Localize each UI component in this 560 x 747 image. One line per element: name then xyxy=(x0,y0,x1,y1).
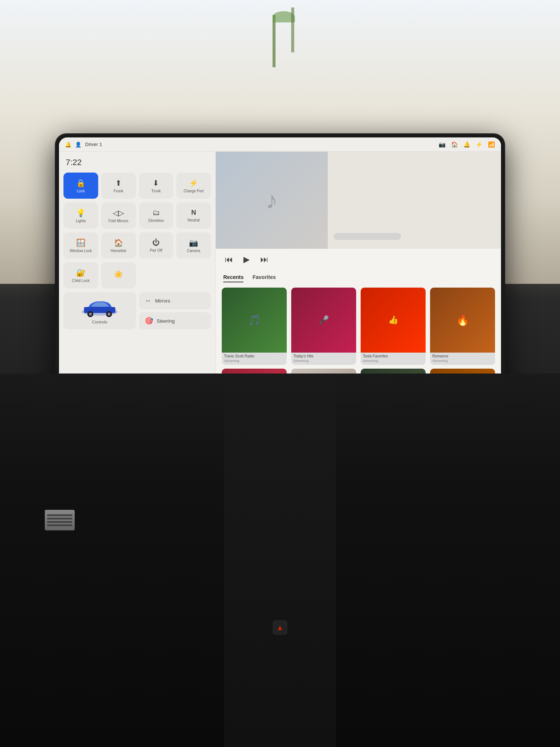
station-hits[interactable]: 🎤 Today's Hits Streaming xyxy=(291,288,356,365)
mirrors-icon: ↔️ xyxy=(145,297,152,305)
romance-name: Romance xyxy=(430,353,495,359)
child-lock-label: Child Lock xyxy=(72,279,90,283)
camera-ctrl-icon: 📷 xyxy=(189,238,198,247)
romance-type: Streaming xyxy=(430,359,495,365)
travis-name: Travis Scott Radio xyxy=(222,353,287,359)
brake-pedal xyxy=(45,510,75,530)
trunk-button[interactable]: ⬇ Trunk xyxy=(139,173,174,199)
pedal-line-3 xyxy=(47,521,72,523)
car-section: Controls ↔️ Mirrors 🎯 Steering xyxy=(63,292,211,329)
station-romance[interactable]: 🔥 Romance Streaming xyxy=(430,288,495,365)
tesla-art: 👍 xyxy=(361,288,426,353)
travis-type: Streaming xyxy=(222,359,287,365)
car-svg xyxy=(77,298,122,318)
right-panel: ♪ ⏮ ▶ ⏭ Recents Favorites xyxy=(216,152,501,408)
steering-button[interactable]: 🎯 Steering xyxy=(139,312,211,329)
child-lock-button[interactable]: 🔐 Child Lock xyxy=(63,262,98,288)
neutral-button[interactable]: N Neutral xyxy=(176,202,211,229)
lock-icon: 🔒 xyxy=(76,179,85,187)
fold-mirrors-button[interactable]: ◁▷ Fold Mirrors xyxy=(101,202,136,229)
camera-label: Camera xyxy=(187,249,200,253)
charge-port-button[interactable]: ⚡ Charge Port xyxy=(176,173,211,199)
mirrors-fold-icon: ◁▷ xyxy=(113,208,124,217)
frunk-button[interactable]: ⬆ Frunk xyxy=(101,173,136,199)
lock-button[interactable]: 🔒 Lock xyxy=(63,173,98,199)
mirrors-button[interactable]: ↔️ Mirrors xyxy=(139,292,211,309)
homelink-label: Homelink xyxy=(111,249,126,253)
brightness-icon: ☀️ xyxy=(114,270,123,279)
neutral-icon: N xyxy=(191,209,196,217)
lights-icon: 💡 xyxy=(76,208,85,217)
hits-name: Today's Hits xyxy=(291,353,356,359)
controls-label: Controls xyxy=(92,320,107,324)
center-console xyxy=(224,374,336,747)
brightness-button[interactable]: ☀️ xyxy=(101,262,136,288)
window-lock-label: Window Lock xyxy=(70,249,92,253)
fold-mirrors-label: Fold Mirrors xyxy=(108,219,128,223)
now-playing-info xyxy=(328,152,501,249)
car-display: Controls xyxy=(63,292,136,329)
lights-label: Lights xyxy=(76,219,86,223)
hazard-button[interactable]: ▲ xyxy=(273,620,287,635)
person-icon: 👤 xyxy=(75,142,81,148)
bell-icon: 🔔 xyxy=(65,142,71,148)
screen-inner: 🔔 👤 Driver 1 📷 🏠 🔔 ⚡ 📶 7:22 xyxy=(59,137,501,408)
station-travis[interactable]: 🎵 Travis Scott Radio Streaming xyxy=(222,288,287,365)
now-playing: ♪ xyxy=(216,152,501,249)
lock-label: Lock xyxy=(77,189,85,193)
steering-label: Steering xyxy=(157,318,175,324)
mirrors-label: Mirrors xyxy=(155,298,170,304)
station-grid-row1: 🎵 Travis Scott Radio Streaming 🎤 Today' xyxy=(216,284,501,369)
trunk-icon: ⬇ xyxy=(153,179,159,187)
window-lock-button[interactable]: 🪟 Window Lock xyxy=(63,232,98,258)
player-controls: ⏮ ▶ ⏭ xyxy=(216,249,501,270)
camera-button[interactable]: 📷 Camera xyxy=(176,232,211,258)
child-lock-icon: 🔐 xyxy=(76,268,85,277)
main-content: 7:22 🔒 Lock ⬆ Frunk ⬇ Trunk xyxy=(59,152,501,408)
car-interior-bottom: ▲ xyxy=(0,374,560,747)
empty-btn-2 xyxy=(176,262,211,288)
frunk-icon: ⬆ xyxy=(115,179,122,187)
driver-label[interactable]: Driver 1 xyxy=(85,142,102,147)
prev-button[interactable]: ⏮ xyxy=(223,253,234,266)
tesla-screen: 🔔 👤 Driver 1 📷 🏠 🔔 ⚡ 📶 7:22 xyxy=(56,134,504,411)
neutral-label: Neutral xyxy=(188,218,200,222)
media-tabs: Recents Favorites xyxy=(216,270,501,284)
pedal-line-1 xyxy=(47,514,72,516)
tab-favorites[interactable]: Favorites xyxy=(252,274,276,282)
tesla-name: Tesla Favorites xyxy=(361,353,426,359)
frunk-label: Frunk xyxy=(113,189,123,193)
tab-recents[interactable]: Recents xyxy=(223,274,243,282)
hits-type: Streaming xyxy=(291,359,356,365)
wifi-icon: 📶 xyxy=(488,141,495,148)
song-title-blur xyxy=(334,233,401,240)
charge-icon: ⚡ xyxy=(189,179,198,187)
status-bar: 🔔 👤 Driver 1 📷 🏠 🔔 ⚡ 📶 xyxy=(59,137,501,152)
home-icon[interactable]: 🏠 xyxy=(451,141,458,148)
pedal-line-4 xyxy=(47,524,72,526)
station-tesla[interactable]: 👍 Tesla Favorites Streaming xyxy=(361,288,426,365)
glovebox-icon: 🗂 xyxy=(152,208,160,217)
control-grid-row3: 🪟 Window Lock 🏠 Homelink ⏻ Pwr Off 📷 Cam… xyxy=(63,232,211,258)
homelink-button[interactable]: 🏠 Homelink xyxy=(101,232,136,258)
hazard-icon: ▲ xyxy=(276,623,284,632)
glovebox-button[interactable]: 🗂 Glovebox xyxy=(139,202,174,229)
music-note-icon: ♪ xyxy=(266,186,278,214)
homelink-icon: 🏠 xyxy=(114,238,123,247)
time-display: 7:22 xyxy=(63,156,211,169)
trunk-label: Trunk xyxy=(151,189,161,193)
next-button[interactable]: ⏭ xyxy=(259,253,270,266)
left-panel: 7:22 🔒 Lock ⬆ Frunk ⬇ Trunk xyxy=(59,152,216,408)
pwr-label: Pwr Off xyxy=(150,248,162,252)
hits-thumb: 🎤 xyxy=(291,288,356,353)
power-icon: ⏻ xyxy=(152,238,160,247)
lights-button[interactable]: 💡 Lights xyxy=(63,202,98,229)
pwr-off-button[interactable]: ⏻ Pwr Off xyxy=(139,232,174,258)
control-grid-row1: 🔒 Lock ⬆ Frunk ⬇ Trunk ⚡ Charge Port xyxy=(63,173,211,199)
steering-icon: 🎯 xyxy=(145,317,153,325)
travis-art: 🎵 xyxy=(222,288,287,353)
status-right: 📷 🏠 🔔 ⚡ 📶 xyxy=(439,141,495,148)
album-art: ♪ xyxy=(216,152,328,249)
play-button[interactable]: ▶ xyxy=(242,253,251,266)
right-controls: ↔️ Mirrors 🎯 Steering xyxy=(139,292,211,329)
